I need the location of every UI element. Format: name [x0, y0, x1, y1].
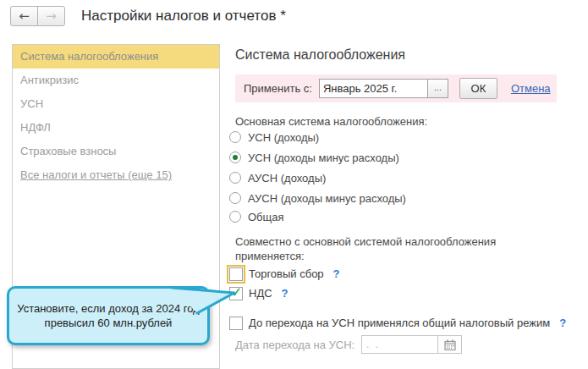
cancel-link[interactable]: Отмена: [511, 82, 551, 95]
radio-general-system[interactable]: Общая: [229, 208, 284, 225]
sidebar-item-insurance-contributions[interactable]: Страховые взносы: [13, 140, 219, 163]
help-icon[interactable]: ?: [333, 267, 340, 280]
checkbox-previous-general-regime[interactable]: До перехода на УСН применялся общий нало…: [229, 316, 566, 330]
ellipsis-icon: ...: [434, 82, 442, 92]
section-heading: Система налогообложения: [235, 47, 405, 63]
period-field-group: ...: [319, 79, 448, 98]
sidebar-item-tax-system[interactable]: Система налогообложения: [13, 45, 219, 69]
page-title: Настройки налогов и отчетов *: [81, 8, 286, 25]
checkbox-label: Торговый сбор: [249, 267, 324, 280]
sidebar-item-ndfl[interactable]: НДФЛ: [13, 116, 219, 140]
calendar-icon: [444, 339, 456, 350]
sidebar-item-usn[interactable]: УСН: [13, 92, 219, 116]
apply-bar: Применить с: ... ОК Отмена: [235, 74, 557, 102]
main-system-label: Основная система налогообложения:: [235, 115, 427, 128]
radio-label: АУСН (доходы минус расходы): [248, 192, 406, 205]
radio-unchecked-icon: [229, 211, 241, 223]
additional-systems-label-line2: применяется:: [235, 250, 305, 262]
radio-unchecked-icon: [229, 192, 241, 204]
radio-checked-icon: [229, 151, 241, 163]
transition-date-label: Дата перехода на УСН:: [235, 339, 354, 351]
checkbox-label: НДС: [249, 287, 272, 300]
radio-label: УСН (доходы минус расходы): [248, 151, 399, 164]
radio-unchecked-icon: [229, 131, 241, 143]
radio-label: УСН (доходы): [248, 131, 319, 144]
sidebar-item-anticrisis[interactable]: Антикризис: [13, 69, 219, 92]
radio-unchecked-icon: [229, 172, 241, 184]
transition-date-input[interactable]: [361, 335, 438, 354]
back-button[interactable]: ←: [10, 6, 38, 26]
ok-button[interactable]: ОК: [459, 78, 497, 99]
radio-label: АУСН (доходы): [248, 172, 326, 184]
radio-usn-income[interactable]: УСН (доходы): [229, 129, 319, 146]
radio-usn-income-minus-expenses[interactable]: УСН (доходы минус расходы): [229, 149, 399, 166]
tooltip-text-line2: превысил 60 млн.рублей: [45, 316, 173, 330]
sidebar-link-all-taxes[interactable]: Все налоги и отчеты (еще 15): [13, 163, 219, 187]
period-picker-button[interactable]: ...: [427, 79, 448, 98]
calendar-button[interactable]: [437, 335, 462, 354]
forward-button[interactable]: →: [37, 6, 65, 26]
additional-systems-label-line1: Совместно с основной системой налогообло…: [235, 235, 496, 248]
back-arrow-icon: ←: [19, 8, 30, 24]
help-icon[interactable]: ?: [559, 317, 566, 329]
checkbox-trade-fee[interactable]: Торговый сбор ?: [229, 267, 340, 281]
nav-buttons: ← →: [10, 6, 65, 26]
period-input[interactable]: [319, 79, 428, 98]
checkbox-label: До перехода на УСН применялся общий нало…: [249, 317, 550, 329]
tax-settings-window: ← → Настройки налогов и отчетов * Систем…: [0, 0, 588, 369]
radio-label: Общая: [248, 211, 284, 223]
radio-ausn-income[interactable]: АУСН (доходы): [229, 169, 326, 186]
apply-from-label: Применить с:: [244, 82, 312, 95]
transition-date-field-group: [361, 335, 462, 354]
radio-ausn-income-minus-expenses[interactable]: АУСН (доходы минус расходы): [229, 190, 406, 207]
forward-arrow-icon: →: [46, 8, 57, 24]
help-icon[interactable]: ?: [282, 287, 289, 300]
tooltip-pointer-icon: [165, 279, 241, 318]
